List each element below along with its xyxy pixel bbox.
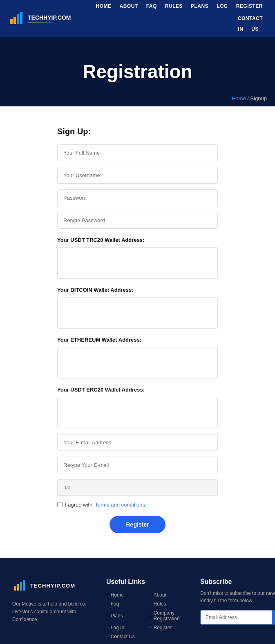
logo-icon	[8, 10, 25, 27]
terms-checkbox[interactable]	[57, 502, 63, 507]
subscribe-input-row	[200, 610, 275, 625]
signup-title: Sign Up:	[57, 127, 218, 136]
usdt-erc20-label: Your USDT ERC20 Wallet Address:	[57, 387, 218, 393]
footer-links-grid: Home About Faq Rules Plans Company Regis…	[106, 592, 188, 639]
footer-link-about[interactable]: About	[149, 592, 188, 598]
referral-select[interactable]: n/a	[57, 479, 218, 496]
logo-underline	[28, 22, 52, 23]
bitcoin-group	[57, 297, 218, 329]
breadcrumb-home[interactable]: Home	[232, 95, 246, 101]
breadcrumb: Home / Signup	[232, 95, 267, 101]
footer-link-company[interactable]: Company Registration	[149, 610, 188, 621]
subscribe-button[interactable]	[272, 610, 275, 624]
bitcoin-input[interactable]	[57, 297, 218, 329]
svg-rect-7	[17, 584, 19, 590]
main-section: Sign Up: Your USDT TRC20 Wallet Address:…	[0, 106, 275, 558]
retype-email-group	[57, 457, 218, 473]
ethereum-label: Your ETHEREUM Wallet Address:	[57, 337, 218, 343]
referral-group: n/a	[57, 479, 218, 496]
full-name-group	[57, 144, 218, 161]
password-input[interactable]	[57, 189, 218, 206]
breadcrumb-current: Signup	[250, 95, 267, 101]
footer-logo-area: TECHHYIP.COM Our Motive is to help and b…	[12, 578, 94, 639]
nav-links: HOME ABOUT FAQ RULES PLANS LOG REGISTER …	[79, 0, 267, 37]
usdt-trc20-input[interactable]	[57, 247, 218, 279]
nav-register[interactable]: REGISTER	[232, 0, 267, 12]
nav-about[interactable]: ABOUT	[115, 0, 142, 12]
footer-link-plans[interactable]: Plans	[106, 610, 145, 621]
hero-section: Registration Home / Signup	[0, 37, 275, 106]
logo[interactable]: TECHHYIP.COM	[8, 10, 71, 27]
username-input[interactable]	[57, 167, 218, 184]
subscribe-title: Subscribe	[200, 578, 275, 585]
footer-link-contact[interactable]: Contact Us	[106, 634, 145, 639]
usdt-erc20-input[interactable]	[57, 397, 218, 428]
ethereum-input[interactable]	[57, 347, 218, 378]
nav-faq[interactable]: FAQ	[142, 0, 161, 12]
footer-description: Our Motive is to help and build our inve…	[12, 600, 94, 624]
nav-contact[interactable]: CONTACT	[234, 12, 267, 25]
svg-rect-4	[20, 12, 22, 24]
subscribe-email-input[interactable]	[201, 610, 272, 624]
svg-rect-8	[20, 582, 22, 591]
subscribe-desc: Don't miss to subscribe to our new feeds…	[200, 590, 275, 604]
password-group	[57, 189, 218, 206]
agree-text: I agree with	[65, 502, 92, 508]
nav-row2: IN US	[79, 25, 267, 37]
footer-brand-name: TECHHYIP.COM	[30, 583, 75, 589]
retype-password-group	[57, 212, 218, 229]
ethereum-group	[57, 347, 218, 378]
nav-plans[interactable]: PLANS	[187, 0, 212, 12]
bitcoin-label: Your BITCOIN Wallet Address:	[57, 287, 218, 293]
email-input[interactable]	[57, 434, 218, 451]
footer-links-title: Useful Links	[106, 578, 188, 585]
retype-email-input[interactable]	[57, 457, 218, 473]
terms-link[interactable]: Terms and conditions	[95, 502, 145, 508]
footer-logo-icon	[12, 578, 27, 593]
usdt-trc20-label: Your USDT TRC20 Wallet Address:	[57, 237, 218, 243]
footer: TECHHYIP.COM Our Motive is to help and b…	[0, 558, 275, 644]
email-group	[57, 434, 218, 451]
svg-rect-3	[17, 14, 19, 24]
register-button[interactable]: Register	[110, 516, 165, 533]
terms-row: I agree with Terms and conditions	[57, 502, 218, 508]
breadcrumb-separator: /	[247, 95, 250, 101]
nav-rules[interactable]: RULES	[161, 0, 187, 12]
footer-link-register[interactable]: Register	[149, 625, 188, 630]
usdt-trc20-group	[57, 247, 218, 279]
footer-logo-row: TECHHYIP.COM	[12, 578, 94, 593]
username-group	[57, 167, 218, 184]
footer-links-col: Useful Links Home About Faq Rules Plans …	[106, 578, 188, 639]
navbar: TECHHYIP.COM HOME ABOUT FAQ RULES PLANS …	[0, 0, 275, 37]
usdt-erc20-group	[57, 397, 218, 428]
svg-rect-1	[10, 19, 13, 24]
nav-home[interactable]: HOME	[92, 0, 115, 12]
svg-rect-6	[14, 586, 16, 591]
footer-link-faq[interactable]: Faq	[106, 601, 145, 607]
footer-top: TECHHYIP.COM Our Motive is to help and b…	[12, 578, 263, 639]
full-name-input[interactable]	[57, 144, 218, 161]
nav-log[interactable]: LOG	[212, 0, 232, 12]
svg-rect-9	[23, 580, 25, 591]
hero-title: Registration	[83, 61, 192, 83]
footer-link-login[interactable]: Log In	[106, 625, 145, 630]
brand-name: TECHHYIP.COM	[28, 14, 71, 21]
nav-in[interactable]: IN	[234, 25, 247, 37]
nav-us[interactable]: US	[247, 25, 263, 37]
footer-link-rules[interactable]: Rules	[149, 601, 188, 607]
footer-subscribe-col: Subscribe Don't miss to subscribe to our…	[200, 578, 275, 639]
svg-rect-2	[13, 17, 16, 24]
retype-password-input[interactable]	[57, 212, 218, 229]
footer-link-home[interactable]: Home	[106, 592, 145, 598]
